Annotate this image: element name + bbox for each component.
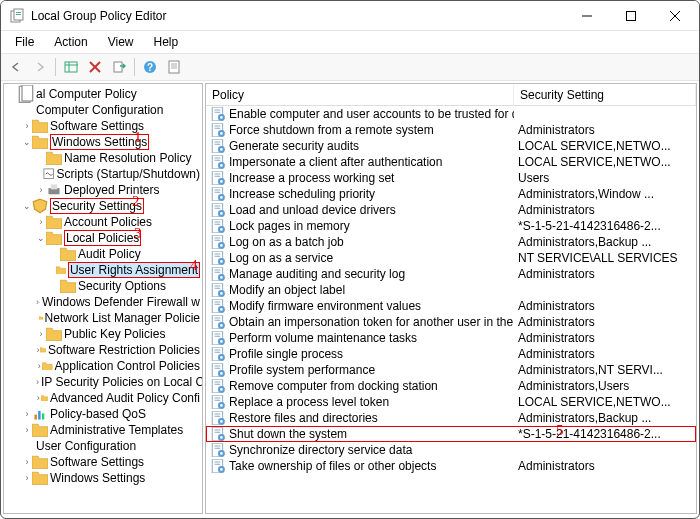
tree-item[interactable]: Network List Manager Policie [4, 310, 202, 326]
forward-button[interactable] [29, 56, 51, 78]
tree-item[interactable]: Name Resolution Policy [4, 150, 202, 166]
tree-item[interactable]: ›Application Control Policies [4, 358, 202, 374]
tree-item[interactable]: ›Software Restriction Policies [4, 342, 202, 358]
collapse-icon[interactable]: ⌄ [36, 233, 46, 243]
delete-button[interactable] [84, 56, 106, 78]
svg-rect-121 [215, 397, 221, 398]
tree-item[interactable]: ›IP Security Policies on Local C [4, 374, 202, 390]
export-button[interactable] [108, 56, 130, 78]
tree-item[interactable]: User Configuration [4, 438, 202, 454]
policy-icon [210, 251, 226, 265]
tree-item[interactable]: ›Windows Settings [4, 470, 202, 486]
tree-item[interactable]: ⌄Local Policies3 [4, 230, 202, 246]
menu-file[interactable]: File [7, 33, 42, 51]
help-button[interactable]: ? [139, 56, 161, 78]
menu-action[interactable]: Action [46, 33, 95, 51]
list-row[interactable]: Shut down the system*S-1-5-21-4142316486… [206, 426, 696, 442]
tree-item[interactable]: Computer Configuration [4, 102, 202, 118]
expand-icon[interactable]: › [22, 457, 32, 467]
svg-rect-28 [38, 411, 40, 420]
back-button[interactable] [5, 56, 27, 78]
close-button[interactable] [653, 2, 697, 30]
expand-icon[interactable]: › [36, 329, 46, 339]
list-row[interactable]: Log on as a batch jobAdministrators,Back… [206, 234, 696, 250]
titlebar: Local Group Policy Editor [1, 1, 699, 31]
svg-point-89 [220, 292, 223, 295]
list-row[interactable]: Impersonate a client after authenticatio… [206, 154, 696, 170]
tree-item-label: Public Key Policies [64, 327, 165, 341]
list-row[interactable]: Generate security auditsLOCAL SERVICE,NE… [206, 138, 696, 154]
list-row[interactable]: Load and unload device driversAdministra… [206, 202, 696, 218]
expand-icon[interactable]: › [22, 409, 32, 419]
svg-text:?: ? [147, 62, 153, 73]
svg-point-99 [220, 324, 223, 327]
tree-item[interactable]: Security Options [4, 278, 202, 294]
tree-item[interactable]: ›Administrative Templates [4, 422, 202, 438]
tree-item[interactable]: Audit Policy [4, 246, 202, 262]
security-setting-value: Administrators [514, 315, 696, 329]
svg-rect-31 [215, 109, 221, 110]
list-row[interactable]: Synchronize directory service data [206, 442, 696, 458]
list-row[interactable]: Restore files and directoriesAdministrat… [206, 410, 696, 426]
tree-item[interactable]: ›Software Settings [4, 454, 202, 470]
collapse-icon[interactable]: ⌄ [22, 137, 32, 147]
svg-rect-82 [215, 272, 221, 273]
tree-item[interactable]: ›Account Policies [4, 214, 202, 230]
list-row[interactable]: Increase scheduling priorityAdministrato… [206, 186, 696, 202]
tree-item[interactable]: ›Deployed Printers [4, 182, 202, 198]
tree-pane[interactable]: al Computer PolicyComputer Configuration… [3, 83, 203, 514]
tree-item[interactable]: ›Policy-based QoS [4, 406, 202, 422]
tree-item[interactable]: ›Windows Defender Firewall w [4, 294, 202, 310]
list-row[interactable]: Obtain an impersonation token for anothe… [206, 314, 696, 330]
expand-icon[interactable]: › [36, 217, 46, 227]
expand-icon[interactable]: › [36, 185, 46, 195]
column-header-policy[interactable]: Policy [206, 85, 514, 105]
properties-button[interactable] [163, 56, 185, 78]
show-hide-tree-button[interactable] [60, 56, 82, 78]
list-row[interactable]: Enable computer and user accounts to be … [206, 106, 696, 122]
tree-item[interactable]: ⌄Security Settings2 [4, 198, 202, 214]
expand-icon[interactable]: › [22, 473, 32, 483]
expand-icon[interactable]: › [22, 425, 32, 435]
list-row[interactable]: Manage auditing and security logAdminist… [206, 266, 696, 282]
svg-point-54 [220, 180, 223, 183]
menu-help[interactable]: Help [146, 33, 187, 51]
column-header-security-setting[interactable]: Security Setting [514, 85, 696, 105]
list-row[interactable]: Profile single processAdministrators [206, 346, 696, 362]
list-row[interactable]: Modify an object label [206, 282, 696, 298]
tree-item[interactable]: ›Advanced Audit Policy Confi [4, 390, 202, 406]
list-row[interactable]: Take ownership of files or other objects… [206, 458, 696, 474]
list-row[interactable]: Modify firmware environment valuesAdmini… [206, 298, 696, 314]
list-row[interactable]: Remove computer from docking stationAdmi… [206, 378, 696, 394]
collapse-icon[interactable]: ⌄ [22, 201, 32, 211]
tree-item[interactable]: ⌄Windows Settings1 [4, 134, 202, 150]
list-row[interactable]: Increase a process working setUsers [206, 170, 696, 186]
security-setting-value: Administrators,NT SERVI... [514, 363, 696, 377]
svg-rect-3 [16, 14, 21, 15]
expand-icon[interactable]: › [36, 377, 39, 387]
maximize-button[interactable] [609, 2, 653, 30]
policy-icon [210, 427, 226, 441]
tree-item[interactable]: ›Software Settings [4, 118, 202, 134]
policy-icon [210, 219, 226, 233]
expand-icon[interactable]: › [22, 121, 32, 131]
list-row[interactable]: Force shutdown from a remote systemAdmin… [206, 122, 696, 138]
svg-rect-52 [215, 176, 221, 177]
list-row[interactable]: Log on as a serviceNT SERVICE\ALL SERVIC… [206, 250, 696, 266]
security-setting-value: Administrators,Backup ... [514, 235, 696, 249]
menu-view[interactable]: View [100, 33, 142, 51]
list-row[interactable]: Lock pages in memory*S-1-5-21-4142316486… [206, 218, 696, 234]
list-row[interactable]: Profile system performanceAdministrators… [206, 362, 696, 378]
security-setting-value: Administrators,Users [514, 379, 696, 393]
folder-icon [40, 343, 46, 357]
tree-item[interactable]: ›Public Key Policies [4, 326, 202, 342]
list-row[interactable]: Perform volume maintenance tasksAdminist… [206, 330, 696, 346]
list-pane[interactable]: Policy Security Setting Enable computer … [205, 83, 697, 514]
tree-item[interactable]: User Rights Assignment4 [4, 262, 202, 278]
tree-item[interactable]: al Computer Policy [4, 86, 202, 102]
svg-point-139 [220, 452, 223, 455]
tree-item-label: Software Restriction Policies [48, 343, 200, 357]
minimize-button[interactable] [565, 2, 609, 30]
list-row[interactable]: Replace a process level tokenLOCAL SERVI… [206, 394, 696, 410]
tree-item[interactable]: Scripts (Startup/Shutdown) [4, 166, 202, 182]
